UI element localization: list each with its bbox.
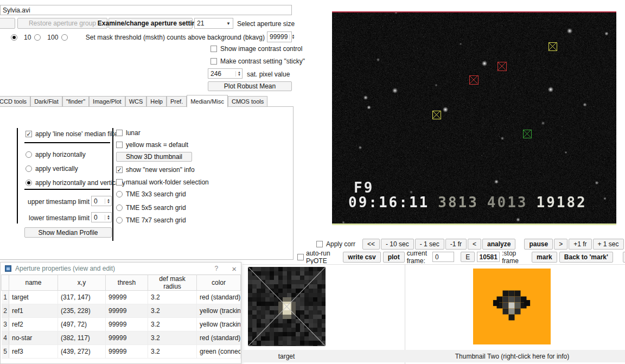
filename-field[interactable]: Sylvia.avi — [0, 5, 292, 15]
table-row[interactable]: 4no-star(382, 117)999993.2red (standard) — [2, 331, 241, 345]
stop-frame-input[interactable]: 10581 — [477, 252, 500, 262]
cell-rownum[interactable]: 5 — [2, 345, 9, 359]
cell-color[interactable]: red (standard) — [197, 291, 241, 304]
spinner-arrows-icon[interactable]: ▲▼ — [289, 34, 295, 40]
current-frame-input[interactable]: 0 — [432, 252, 454, 262]
cell-radius[interactable]: 3.2 — [148, 291, 197, 304]
table-row[interactable]: 5ref3(439, 272)999993.2green (connect t.… — [2, 345, 241, 359]
aperture-box-green[interactable] — [523, 130, 532, 138]
cell-name[interactable]: ref1 — [9, 304, 58, 318]
playback-button-backback[interactable]: << — [362, 239, 380, 250]
apply-horizontally-radio[interactable]: apply horizontally — [25, 151, 86, 158]
show-median-profile-button[interactable]: Show Median Profile — [24, 227, 112, 238]
tab-wcs[interactable]: WCS — [125, 96, 147, 107]
table-row[interactable]: 2ref1(235, 228)999993.2yellow (tracking … — [2, 304, 241, 318]
aperture-box-yellow[interactable] — [549, 42, 557, 51]
tab-median-misc[interactable]: Median/Misc — [187, 95, 228, 107]
upper-timestamp-spinner[interactable]: 0 ▲▼ — [91, 196, 112, 206]
cell-radius[interactable]: 3.2 — [148, 331, 197, 345]
mark-button[interactable]: mark — [532, 252, 557, 263]
sticky-contrast-checkbox[interactable]: Make contrast setting "sticky" — [211, 58, 305, 65]
cell-name[interactable]: ref2 — [9, 318, 58, 331]
apply-vertically-radio[interactable]: apply vertically — [25, 165, 78, 173]
close-icon[interactable]: × — [232, 264, 237, 273]
cell-xy[interactable]: (382, 117) — [58, 331, 106, 345]
tme-3x3-radio[interactable]: TME 3x3 search grid — [116, 190, 186, 198]
star-field-image[interactable]: F9 09:16:113813401319182 — [332, 11, 616, 225]
tab-image-plot[interactable]: Image/Plot — [89, 96, 125, 107]
back-to-mark-button[interactable]: Back to 'mark' — [559, 252, 613, 263]
spinner-arrows-icon[interactable]: ▲▼ — [235, 71, 241, 76]
show-contrast-checkbox[interactable]: Show image contrast control — [211, 45, 302, 53]
cell-rownum[interactable]: 3 — [2, 318, 9, 331]
playback-button-analyze[interactable]: analyze — [482, 239, 515, 250]
playback-button-pause[interactable]: pause — [524, 239, 553, 250]
new-version-info-checkbox[interactable]: ✓ show "new version" info — [116, 166, 195, 174]
playback-button-fwd[interactable]: > — [554, 239, 567, 250]
cell-xy[interactable]: (317, 147) — [58, 291, 106, 304]
thumbnail-splitter[interactable] — [405, 264, 405, 364]
clear-data-button[interactable]: clear data — [623, 252, 625, 263]
cell-rownum[interactable]: 2 — [2, 304, 9, 318]
apply-both-radio[interactable]: apply horizontally and vertically — [25, 179, 125, 187]
playback-button-back[interactable]: < — [468, 239, 481, 250]
cell-thresh[interactable]: 99999 — [106, 304, 148, 318]
table-row[interactable]: 3ref2(497, 72)999993.2yellow (tracking .… — [2, 318, 241, 331]
playback-button-1sec[interactable]: - 1 sec — [415, 239, 444, 250]
cell-color[interactable]: yellow (tracking ... — [197, 318, 241, 331]
playback-button-10sec[interactable]: - 10 sec — [381, 239, 414, 250]
cell-xy[interactable]: (235, 228) — [58, 304, 106, 318]
e-button[interactable]: E — [461, 252, 475, 262]
sat-pixel-spinner[interactable]: 246 ▲▼ — [208, 68, 243, 79]
restore-aperture-group-button[interactable]: Restore aperture group — [17, 18, 107, 29]
spinner-arrows-icon[interactable]: ▲▼ — [105, 215, 110, 220]
partial-button[interactable] — [0, 18, 15, 29]
tab-cmos-tools[interactable]: CMOS tools — [228, 96, 267, 107]
examine-aperture-settings-button[interactable]: Examine/change aperture settings — [109, 18, 193, 29]
playback-button-plus1sec[interactable]: + 1 sec — [593, 239, 624, 250]
tab-ccd-tools[interactable]: CCD tools — [0, 96, 30, 107]
playback-button-1fr[interactable]: -1 fr — [445, 239, 467, 250]
tme-5x5-radio[interactable]: TME 5x5 search grid — [116, 204, 186, 212]
tab-help[interactable]: Help — [146, 96, 167, 107]
aperture-box-yellow[interactable] — [432, 111, 441, 119]
aperture-box-red[interactable] — [498, 62, 507, 71]
aperture-size-select[interactable]: 21 ▼ — [194, 18, 233, 29]
tab-pref[interactable]: Pref. — [167, 96, 187, 107]
playback-button-plus1fr[interactable]: +1 fr — [569, 239, 591, 250]
cell-color[interactable]: yellow (tracking ... — [197, 304, 241, 318]
dialog-titlebar[interactable]: Aperture properties (view and edit) ? × — [1, 263, 241, 274]
yellow-mask-default-checkbox[interactable]: yellow mask = default — [116, 141, 188, 149]
spinner-arrows-icon[interactable]: ▲▼ — [105, 199, 110, 204]
cell-thresh[interactable]: 99999 — [106, 331, 148, 345]
cell-rownum[interactable]: 1 — [2, 291, 9, 304]
autorun-pyote-checkbox[interactable] — [297, 254, 304, 260]
cell-thresh[interactable]: 99999 — [106, 291, 148, 304]
cell-rownum[interactable]: 4 — [2, 331, 9, 345]
aperture-box-red[interactable] — [469, 75, 479, 85]
cell-radius[interactable]: 3.2 — [148, 318, 197, 331]
tab-dark-flat[interactable]: Dark/Flat — [30, 96, 62, 107]
cell-name[interactable]: ref3 — [9, 345, 58, 359]
thumbnail-two[interactable] — [473, 269, 551, 344]
cell-xy[interactable]: (439, 272) — [58, 345, 106, 359]
cell-color[interactable]: red (standard) — [197, 331, 241, 345]
table-row[interactable]: 1target(317, 147)999993.2red (standard) — [2, 291, 241, 304]
write-csv-button[interactable]: write csv — [343, 252, 380, 263]
tme-7x7-radio[interactable]: TME 7x7 search grid — [116, 216, 186, 224]
apply-corr-checkbox[interactable]: Apply corr — [316, 240, 355, 248]
cell-xy[interactable]: (497, 72) — [58, 318, 106, 331]
line-noise-filter-checkbox[interactable]: ✓ apply 'line noise' median filter — [25, 130, 120, 138]
show-3d-thumbnail-button[interactable]: Show 3D thumbnail — [116, 152, 192, 162]
cell-name[interactable]: no-star — [9, 331, 58, 345]
tab-finder[interactable]: "finder" — [62, 96, 89, 107]
help-icon[interactable]: ? — [215, 265, 219, 272]
cell-thresh[interactable]: 99999 — [106, 318, 148, 331]
cell-radius[interactable]: 3.2 — [148, 304, 197, 318]
cell-radius[interactable]: 3.2 — [148, 345, 197, 359]
plot-button[interactable]: plot — [383, 252, 405, 263]
plot-robust-mean-button[interactable]: Plot Robust Mean — [208, 81, 292, 91]
cell-thresh[interactable]: 99999 — [106, 345, 148, 359]
cell-name[interactable]: target — [9, 291, 58, 304]
mask-threshold-spinner[interactable]: 99999 ▲▼ — [267, 31, 292, 42]
